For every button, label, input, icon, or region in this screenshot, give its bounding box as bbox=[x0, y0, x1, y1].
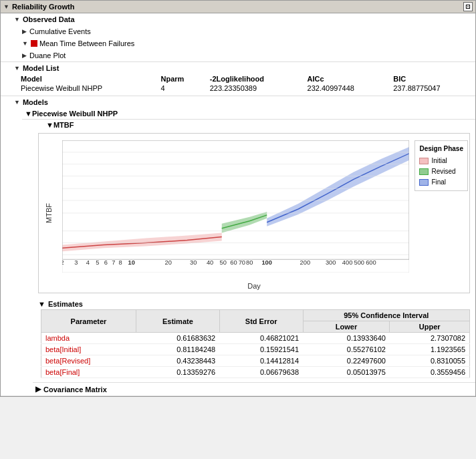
upper-beta-final: 0.3559456 bbox=[390, 367, 470, 378]
observed-data-section: ▼ Observed Data ▶ Cumulative Events ▼ Me… bbox=[1, 13, 475, 62]
svg-text:500: 500 bbox=[354, 259, 364, 266]
lower-beta-final: 0.05013975 bbox=[303, 367, 390, 378]
mtbf-chart-expand-icon[interactable]: ▼ bbox=[46, 121, 53, 129]
main-header[interactable]: ▼ Reliability Growth ⊡ bbox=[1, 1, 475, 13]
observed-data-label: Observed Data bbox=[23, 15, 75, 23]
mtbf-expand-icon[interactable]: ▼ bbox=[22, 40, 28, 47]
lower-beta-revised: 0.22497600 bbox=[303, 355, 390, 367]
svg-text:7: 7 bbox=[112, 259, 115, 266]
svg-rect-0 bbox=[62, 140, 409, 273]
models-label: Models bbox=[23, 98, 48, 106]
stderr-beta-revised: 0.14412814 bbox=[219, 355, 303, 367]
svg-text:300: 300 bbox=[326, 259, 336, 266]
stderr-beta-initial: 0.15921541 bbox=[219, 344, 303, 355]
stderr-lambda: 0.46821021 bbox=[219, 333, 303, 344]
covariance-expand-icon[interactable]: ▶ bbox=[35, 385, 41, 394]
svg-text:4: 4 bbox=[86, 259, 90, 266]
main-panel: ▼ Reliability Growth ⊡ ▼ Observed Data ▶… bbox=[0, 0, 476, 397]
upper-beta-initial: 1.1923565 bbox=[390, 344, 470, 355]
duane-item[interactable]: ▶ Duane Plot bbox=[19, 49, 475, 61]
estimates-table-wrapper: Parameter Estimate Std Error 95% Confide… bbox=[38, 309, 470, 378]
piecewise-label: Piecewise Weibull NHPP bbox=[32, 110, 118, 118]
model-list-expand-icon[interactable]: ▼ bbox=[14, 65, 20, 71]
estimates-header[interactable]: ▼ Estimates bbox=[38, 299, 470, 309]
svg-text:50: 50 bbox=[220, 259, 227, 266]
svg-text:5: 5 bbox=[96, 259, 99, 266]
models-section: ▼ Models ▼ Piecewise Weibull NHPP ▼ MTBF bbox=[1, 96, 475, 396]
duane-expand-icon[interactable]: ▶ bbox=[22, 52, 27, 59]
estimates-label: Estimates bbox=[48, 300, 83, 308]
param-beta-initial: beta[Initial] bbox=[41, 344, 136, 355]
mtbf-label: Mean Time Between Failures bbox=[39, 39, 134, 47]
svg-text:40: 40 bbox=[207, 259, 213, 266]
svg-text:70: 70 bbox=[239, 259, 245, 266]
svg-text:400: 400 bbox=[342, 259, 353, 266]
piecewise-header[interactable]: ▼ Piecewise Weibull NHPP bbox=[22, 108, 475, 120]
estimates-row-lambda: lambda 0.61683632 0.46821021 0.13933640 … bbox=[41, 333, 470, 344]
legend-initial-color bbox=[419, 158, 429, 164]
models-header[interactable]: ▼ Models bbox=[11, 96, 475, 108]
mtbf-chart-container: MTBF bbox=[38, 133, 470, 293]
param-beta-revised: beta[Revised] bbox=[41, 355, 136, 367]
svg-text:600: 600 bbox=[366, 259, 376, 266]
mtbf-chart-header[interactable]: ▼ MTBF bbox=[33, 120, 475, 130]
estimate-beta-final: 0.13359276 bbox=[136, 367, 219, 378]
legend-final-label: Final bbox=[431, 177, 446, 188]
cumulative-events-item[interactable]: ▶ Cumulative Events bbox=[19, 25, 475, 37]
estimates-row-beta-revised: beta[Revised] 0.43238443 0.14412814 0.22… bbox=[41, 355, 470, 367]
piecewise-expand-icon[interactable]: ▼ bbox=[25, 110, 32, 118]
model-list-header[interactable]: ▼ Model List bbox=[11, 62, 475, 74]
upper-lambda: 2.7307082 bbox=[390, 333, 470, 344]
col-aicc: AICc bbox=[304, 74, 390, 84]
mtbf-item[interactable]: ▼ Mean Time Between Failures bbox=[19, 37, 475, 49]
row-aicc: 232.40997448 bbox=[304, 84, 390, 93]
estimate-beta-revised: 0.43238443 bbox=[136, 355, 219, 367]
expand-button[interactable]: ⊡ bbox=[463, 2, 473, 11]
observed-data-header[interactable]: ▼ Observed Data bbox=[11, 13, 475, 25]
cumulative-expand-icon[interactable]: ▶ bbox=[22, 28, 27, 35]
table-row: Piecewise Weibull NHPP 4 223.23350389 23… bbox=[17, 84, 475, 93]
main-title: Reliability Growth bbox=[12, 3, 75, 11]
main-expand-icon[interactable]: ▼ bbox=[3, 3, 9, 10]
svg-text:30: 30 bbox=[190, 259, 197, 266]
svg-text:8: 8 bbox=[119, 259, 122, 266]
upper-beta-revised: 0.8310055 bbox=[390, 355, 470, 367]
estimates-row-beta-initial: beta[Initial] 0.81184248 0.15921541 0.55… bbox=[41, 344, 470, 355]
model-list-table-container: Model Nparm -2Loglikelihood AICc BIC Pie… bbox=[11, 74, 475, 93]
svg-text:80: 80 bbox=[246, 259, 253, 266]
col-estimate: Estimate bbox=[136, 310, 219, 333]
lower-lambda: 0.13933640 bbox=[303, 333, 390, 344]
svg-text:6: 6 bbox=[104, 259, 108, 266]
row-loglik: 223.23350389 bbox=[206, 84, 304, 93]
cumulative-events-label: Cumulative Events bbox=[29, 27, 91, 35]
col-upper: Upper bbox=[390, 321, 470, 333]
col-bic: BIC bbox=[389, 74, 475, 84]
legend-revised: Revised bbox=[419, 166, 463, 177]
svg-text:20: 20 bbox=[165, 259, 172, 266]
covariance-row[interactable]: ▶ Covariance Matrix bbox=[33, 382, 475, 396]
row-model: Piecewise Weibull NHPP bbox=[17, 84, 157, 93]
row-nparm: 4 bbox=[157, 84, 206, 93]
lower-beta-initial: 0.55276102 bbox=[303, 344, 390, 355]
model-list-section: ▼ Model List Model Nparm -2Loglikelihood… bbox=[1, 62, 475, 96]
estimates-row-beta-final: beta[Final] 0.13359276 0.06679638 0.0501… bbox=[41, 367, 470, 378]
model-list-table: Model Nparm -2Loglikelihood AICc BIC Pie… bbox=[17, 74, 475, 93]
conf-interval-header: 95% Confidence Interval bbox=[303, 310, 469, 321]
estimate-beta-initial: 0.81184248 bbox=[136, 344, 219, 355]
param-lambda: lambda bbox=[41, 333, 136, 344]
models-expand-icon[interactable]: ▼ bbox=[14, 99, 20, 106]
legend-revised-color bbox=[419, 168, 429, 175]
x-axis-label: Day bbox=[247, 282, 261, 290]
svg-text:200: 200 bbox=[300, 259, 311, 266]
col-stderr: Std Error bbox=[219, 310, 303, 333]
estimates-expand-icon[interactable]: ▼ bbox=[38, 300, 45, 308]
observed-expand-icon[interactable]: ▼ bbox=[14, 16, 20, 23]
col-nparm: Nparm bbox=[157, 74, 206, 84]
stderr-beta-final: 0.06679638 bbox=[219, 367, 303, 378]
legend-final-color bbox=[419, 179, 429, 186]
svg-text:100: 100 bbox=[261, 259, 272, 266]
svg-text:2: 2 bbox=[62, 259, 64, 266]
legend-revised-label: Revised bbox=[431, 166, 455, 177]
col-lower: Lower bbox=[303, 321, 390, 333]
piecewise-content: ▼ MTBF MTBF bbox=[22, 120, 475, 396]
